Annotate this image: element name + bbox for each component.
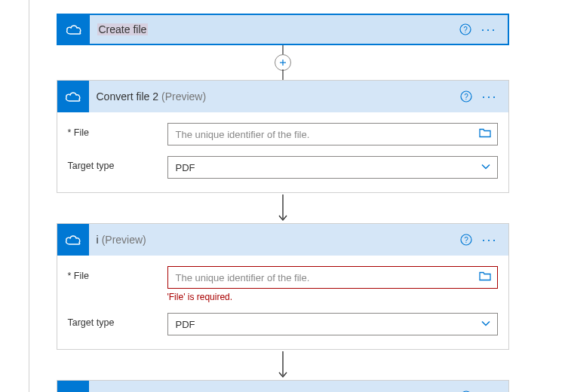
- help-icon[interactable]: ?: [460, 90, 472, 103]
- folder-picker-icon[interactable]: [479, 128, 491, 141]
- field-row-target-type: Target type PDF: [68, 313, 498, 335]
- file-placeholder: The unique identifier of the file.: [176, 272, 310, 283]
- arrow-icon: [275, 350, 290, 380]
- chevron-down-icon: [481, 319, 491, 330]
- folder-picker-icon[interactable]: [479, 271, 491, 284]
- card-header-convert-file-2[interactable]: Convert file 2 (Preview) ? ···: [57, 81, 508, 112]
- help-icon[interactable]: ?: [459, 23, 471, 35]
- header-actions: ? ···: [459, 23, 501, 36]
- field-label-target: Target type: [68, 156, 167, 171]
- add-step-button[interactable]: [275, 54, 291, 71]
- file-input[interactable]: The unique identifier of the file.: [167, 266, 498, 289]
- header-actions: ? ···: [460, 90, 502, 103]
- file-placeholder: The unique identifier of the file.: [176, 129, 310, 140]
- menu-icon[interactable]: ···: [481, 90, 497, 103]
- file-input[interactable]: The unique identifier of the file.: [167, 123, 498, 145]
- preview-tag: (Preview): [161, 90, 206, 103]
- card-title-text: Convert file 2: [97, 90, 158, 103]
- connector-3: [57, 350, 509, 380]
- field-label-file: * File: [68, 123, 167, 138]
- arrow-icon: [275, 193, 290, 223]
- card-header-create-pdf[interactable]: Create PDF ? ···: [57, 381, 508, 392]
- target-type-select[interactable]: PDF: [167, 313, 498, 335]
- svg-text:?: ?: [464, 26, 468, 34]
- card-header-i[interactable]: i (Preview) ? ···: [57, 224, 508, 256]
- card-header-create-file[interactable]: Create file ? ···: [57, 14, 509, 45]
- field-row-file: * File The unique identifier of the file…: [68, 123, 498, 145]
- target-type-value: PDF: [176, 319, 195, 330]
- card-create-pdf: Create PDF ? ···: [57, 380, 509, 392]
- connector-1: [57, 45, 509, 80]
- card-title: Convert file 2 (Preview): [89, 90, 461, 103]
- field-label-target: Target type: [68, 313, 167, 328]
- card-body-convert-file-2: * File The unique identifier of the file…: [57, 112, 508, 192]
- menu-icon[interactable]: ···: [481, 23, 496, 36]
- field-row-target-type: Target type PDF: [68, 156, 498, 179]
- connector-line: [275, 69, 290, 80]
- svg-text:?: ?: [465, 93, 469, 101]
- card-i: i (Preview) ? ··· * File The unique iden…: [57, 223, 509, 350]
- help-icon[interactable]: ?: [460, 234, 472, 246]
- card-create-file: Create file ? ···: [57, 14, 509, 45]
- card-title-text: i: [97, 234, 99, 246]
- card-title: Create file: [90, 23, 460, 35]
- flow-canvas: Create file ? ··· Convert file 2 (Previe: [0, 0, 565, 392]
- chevron-down-icon: [481, 162, 491, 173]
- onedrive-icon: [57, 224, 89, 256]
- connector-2: [57, 193, 509, 223]
- panel-left-border: [29, 0, 29, 392]
- card-title-text: Create file: [97, 23, 149, 35]
- onedrive-icon: [57, 81, 89, 112]
- svg-text:?: ?: [465, 236, 469, 244]
- card-title: i (Preview): [89, 234, 461, 246]
- card-convert-file-2: Convert file 2 (Preview) ? ··· * File Th…: [57, 80, 509, 193]
- field-label-file: * File: [68, 266, 167, 281]
- card-body-i: * File The unique identifier of the file…: [57, 256, 508, 349]
- file-error-message: 'File' is required.: [167, 292, 498, 302]
- preview-tag: (Preview): [102, 234, 146, 246]
- field-row-file: * File The unique identifier of the file…: [68, 266, 498, 302]
- target-type-select[interactable]: PDF: [167, 156, 498, 179]
- onedrive-icon: [57, 381, 89, 392]
- onedrive-icon: [58, 15, 90, 44]
- header-actions: ? ···: [460, 233, 502, 247]
- target-type-value: PDF: [176, 162, 195, 173]
- menu-icon[interactable]: ···: [481, 233, 497, 247]
